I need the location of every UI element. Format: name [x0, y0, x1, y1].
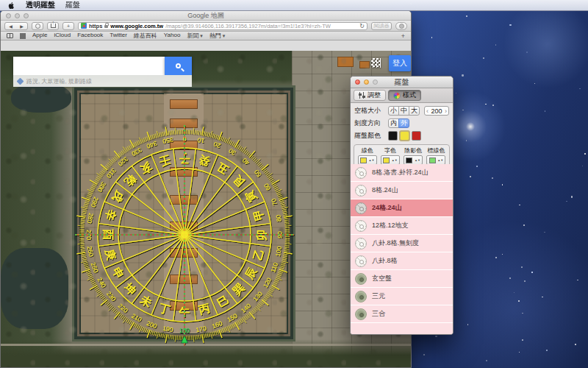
close-button[interactable] [355, 79, 360, 85]
sign-in-button[interactable]: 登入 [389, 55, 411, 71]
bookmark-item[interactable]: 熱門 [209, 32, 225, 40]
cell-size-segmented: 小中大 [388, 106, 420, 116]
downloads-icon [399, 24, 404, 29]
ring-style-list-item[interactable]: 三元 [351, 288, 453, 305]
search-icon [176, 63, 181, 68]
list-item-label: 八卦.8格 [372, 256, 398, 266]
ring-style-list-item[interactable]: 24格.24山 [351, 199, 453, 217]
list-item-label: 24格.24山 [372, 203, 402, 213]
cell-size-stepper[interactable]: 200 [424, 106, 449, 116]
panel-tab[interactable]: 樣式 [388, 90, 421, 101]
size-option[interactable]: 小 [388, 106, 399, 116]
reader-button[interactable]: 閱讀器 [371, 22, 392, 30]
color-well-label: 字色 [384, 146, 396, 155]
luopan-thumbnail-icon [355, 220, 367, 232]
ring-style-list-item[interactable]: 12格.12地支 [351, 217, 453, 235]
top-sites-grid-icon[interactable] [20, 33, 26, 39]
minimize-button[interactable] [15, 13, 20, 18]
cell-size-row: 空格大小 小中大 200 [351, 106, 453, 116]
forward-button[interactable]: ▶ [16, 24, 27, 29]
bookmark-item[interactable]: 維基百科 [134, 32, 157, 40]
share-button[interactable] [47, 22, 59, 30]
directions-hint-text: 路況, 大眾運輸, 規劃路線 [26, 77, 92, 85]
bookmark-item[interactable]: Yahoo [164, 32, 181, 40]
apple-menu-icon[interactable] [7, 1, 15, 10]
zoom-button[interactable] [24, 13, 29, 18]
list-item-label: 8格.洛書.卦符.24山 [372, 168, 429, 177]
address-bar[interactable]: https www.google.com.tw /maps/@39.914606… [78, 22, 368, 30]
menu-item[interactable]: 羅盤 [65, 1, 80, 9]
back-button[interactable]: ◀ [5, 24, 16, 29]
google-apps-grid-icon[interactable] [371, 58, 381, 68]
url-scheme: https [89, 23, 102, 29]
cell-size-label: 空格大小 [354, 106, 386, 116]
ring-style-list-item[interactable]: 8格.24山 [351, 182, 453, 199]
window-controls [6, 13, 29, 18]
list-item-label: 三元 [372, 291, 385, 301]
reload-button[interactable]: ↻ [359, 23, 365, 29]
menu-app-name[interactable]: 透明羅盤 [26, 0, 55, 10]
list-item-label: 12格.12地支 [372, 221, 409, 230]
tick-direction-row: 刻度方向 內外 [351, 118, 453, 128]
tick-direction-segmented: 內外 [388, 118, 409, 128]
luopan-thumbnail-icon [355, 202, 367, 214]
compass-color-swatches [388, 131, 421, 141]
bookmark-item[interactable]: Apple [32, 32, 47, 40]
luopan-thumbnail-icon [355, 308, 367, 320]
maps-search-button[interactable] [165, 57, 192, 75]
tick-direction-option[interactable]: 內 [388, 118, 399, 128]
color-well-label: 陰影色 [404, 146, 422, 155]
color-swatch[interactable] [400, 131, 409, 141]
top-sites-icon [35, 24, 40, 29]
compass-color-row: 羅盤顏色 [351, 131, 453, 141]
panel-title: 羅盤 [395, 77, 409, 88]
color-wheel-icon [393, 92, 401, 99]
https-lock-icon [104, 25, 108, 28]
share-icon [51, 24, 56, 28]
downloads-button[interactable] [395, 22, 407, 30]
tick-direction-option[interactable]: 外 [398, 118, 409, 128]
bookmark-item[interactable]: 新聞 [187, 32, 202, 40]
reading-list-icon[interactable] [7, 33, 13, 38]
popup-arrows-icon: ▲▼ [368, 159, 374, 161]
luopan-thumbnail-icon [355, 185, 367, 197]
zoom-button[interactable] [373, 79, 378, 85]
browser-toolbar: ◀ ▶ + https www.google.com.tw /maps/@39.… [1, 21, 411, 32]
ring-style-list-item[interactable]: 8格.洛書.卦符.24山 [351, 164, 453, 182]
close-button[interactable] [6, 13, 11, 18]
maps-search-input[interactable] [13, 57, 165, 75]
ring-style-list-item[interactable]: 八卦.8格.無刻度 [351, 235, 453, 252]
list-item-label: 玄空盤 [372, 274, 392, 283]
bookmarks-add-button[interactable]: + [401, 32, 405, 40]
menu-items: 羅盤 [65, 0, 80, 10]
new-tab-button[interactable]: + [62, 22, 74, 30]
ring-style-list-item[interactable]: 八卦.8格 [351, 252, 453, 270]
color-chip [429, 158, 436, 163]
tab-label: 樣式 [403, 91, 416, 100]
size-option[interactable]: 中 [398, 106, 409, 116]
url-host: www.google.com.tw [110, 23, 163, 29]
menu-bar: 透明羅盤 羅盤 [0, 0, 588, 11]
maps-directions-bar[interactable]: 路況, 大眾運輸, 規劃路線 [13, 75, 192, 87]
panel-title-bar[interactable]: 羅盤 [351, 77, 453, 88]
list-item-label: 八卦.8格.無刻度 [372, 238, 419, 248]
panel-tab[interactable]: 調整 [354, 90, 386, 101]
luopan-panel-window: 羅盤 調整 樣式 空格大小 小中大 200 刻度方向 內外 羅盤顏色 線色 ▲▼… [350, 76, 453, 335]
ring-style-list-item[interactable]: 三合 [351, 305, 453, 323]
color-chip [383, 158, 390, 163]
bookmark-item[interactable]: Twitter [110, 32, 127, 40]
size-option[interactable]: 大 [409, 106, 420, 116]
color-well-label: 線色 [362, 146, 373, 155]
tick-direction-label: 刻度方向 [354, 118, 386, 128]
browser-title-bar[interactable]: Google 地圖 [1, 11, 411, 21]
color-swatch[interactable] [412, 131, 421, 141]
list-item-label: 8格.24山 [372, 185, 398, 195]
top-sites-button[interactable] [32, 22, 43, 30]
color-well-column: 陰影色 ▲▼ [404, 146, 423, 165]
minimize-button[interactable] [364, 79, 369, 85]
ring-style-list-item[interactable]: 玄空盤 [351, 270, 453, 288]
bookmark-item[interactable]: iCloud [54, 32, 71, 40]
bookmark-item[interactable]: Facebook [77, 32, 103, 40]
color-swatch[interactable] [388, 131, 398, 141]
panel-tab-bar: 調整 樣式 [351, 88, 453, 103]
